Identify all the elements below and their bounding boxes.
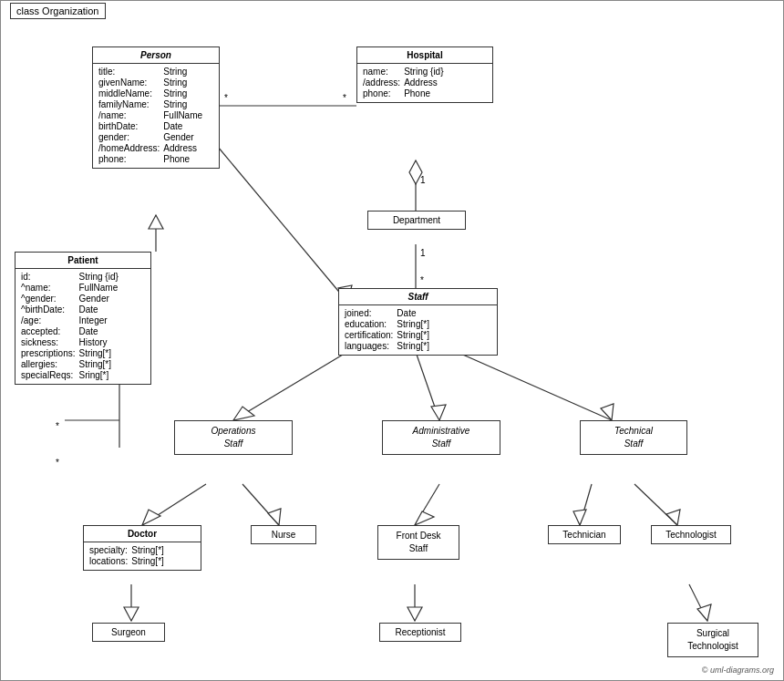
person-body: title:String givenName:String middleName…: [93, 64, 219, 168]
diagram-title: class Organization: [10, 3, 106, 19]
administrative-staff-class: AdministrativeStaff: [382, 420, 500, 455]
svg-marker-31: [573, 510, 586, 525]
person-title: Person: [93, 47, 219, 64]
operations-staff-class: OperationsStaff: [174, 420, 293, 455]
staff-class: Staff joined:Date education:String[*] ce…: [338, 288, 498, 356]
doctor-title: Doctor: [84, 526, 201, 542]
patient-body: id:String {id} ^name:FullName ^gender:Ge…: [15, 269, 150, 384]
surgeon-class: Surgeon: [92, 623, 165, 642]
staff-body: joined:Date education:String[*] certific…: [339, 305, 497, 355]
svg-text:*: *: [224, 93, 228, 103]
svg-marker-19: [233, 407, 254, 420]
doctor-body: specialty:String[*] locations:String[*]: [84, 542, 201, 570]
surgical-technologist-class: SurgicalTechnologist: [667, 623, 758, 657]
copyright: © uml-diagrams.org: [702, 666, 774, 675]
svg-line-22: [457, 352, 612, 420]
svg-marker-25: [142, 510, 160, 525]
svg-line-38: [689, 584, 707, 621]
front-desk-staff-class: Front DeskStaff: [377, 525, 459, 560]
staff-title: Staff: [339, 289, 497, 305]
technologist-class: Technologist: [651, 525, 731, 544]
hospital-title: Hospital: [357, 47, 492, 64]
svg-line-20: [416, 352, 439, 420]
doctor-class: Doctor specialty:String[*] locations:Str…: [83, 525, 201, 571]
svg-marker-27: [268, 509, 281, 525]
svg-line-18: [233, 352, 347, 420]
svg-text:*: *: [420, 275, 424, 285]
hospital-body: name:String {id} /address:Address phone:…: [357, 64, 492, 102]
department-class: Department: [367, 211, 466, 230]
technician-class: Technician: [548, 525, 621, 544]
svg-marker-33: [666, 510, 680, 525]
patient-title: Patient: [15, 253, 150, 269]
svg-line-26: [242, 484, 279, 525]
svg-marker-37: [407, 607, 422, 621]
nurse-class: Nurse: [251, 525, 316, 544]
svg-marker-23: [601, 404, 614, 420]
svg-text:*: *: [56, 421, 59, 431]
svg-text:*: *: [56, 458, 59, 468]
svg-line-12: [218, 147, 347, 302]
svg-marker-35: [124, 607, 139, 621]
svg-line-30: [580, 484, 592, 525]
svg-text:*: *: [343, 93, 346, 103]
svg-line-24: [142, 484, 206, 525]
svg-marker-29: [415, 511, 434, 525]
svg-line-28: [415, 484, 439, 525]
uml-diagram: class Organization * * 1 * 1 * * *: [0, 0, 784, 681]
svg-marker-21: [431, 405, 446, 420]
svg-text:1: 1: [420, 248, 426, 258]
svg-text:1: 1: [420, 175, 426, 185]
svg-marker-39: [697, 604, 711, 621]
patient-class: Patient id:String {id} ^name:FullName ^g…: [15, 252, 151, 385]
hospital-class: Hospital name:String {id} /address:Addre…: [356, 46, 493, 103]
svg-marker-11: [149, 215, 163, 229]
svg-line-32: [634, 484, 677, 525]
person-class: Person title:String givenName:String mid…: [92, 46, 220, 169]
technical-staff-class: TechnicalStaff: [580, 420, 687, 455]
svg-marker-4: [409, 160, 422, 184]
receptionist-class: Receptionist: [379, 623, 461, 642]
